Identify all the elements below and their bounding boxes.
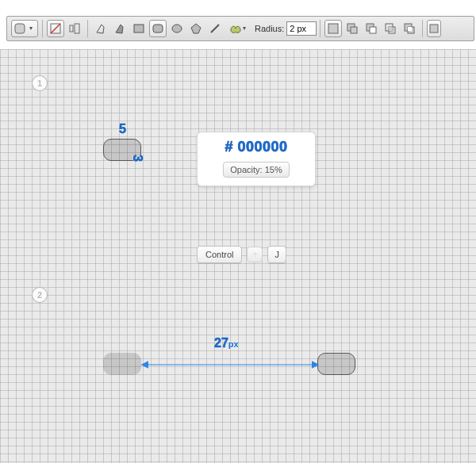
svg-rect-21	[430, 25, 438, 33]
svg-rect-0	[15, 24, 25, 33]
path-style-b[interactable]	[111, 20, 129, 37]
dim-distance-value: 27	[214, 336, 228, 350]
color-hex-value: # 000000	[205, 139, 307, 155]
combine-new[interactable]	[324, 20, 342, 37]
distance-arrow	[140, 360, 321, 369]
combine-add[interactable]	[344, 20, 361, 37]
svg-rect-20	[408, 27, 412, 31]
line-tool[interactable]	[206, 20, 224, 37]
step-badge-1: 1	[32, 75, 48, 91]
custom-shape-tool[interactable]	[225, 20, 249, 37]
ellipse-tool[interactable]	[168, 20, 186, 37]
svg-rect-3	[70, 25, 73, 32]
step-badge-2: 2	[32, 287, 48, 303]
combine-exclude[interactable]	[401, 20, 418, 37]
svg-line-9	[211, 25, 219, 33]
dim-distance: 27px	[214, 336, 239, 350]
svg-rect-12	[351, 27, 357, 33]
svg-rect-5	[134, 25, 144, 33]
unconstrained-toggle[interactable]	[47, 20, 64, 37]
shape-preset-menu[interactable]	[11, 20, 38, 37]
shape-moved[interactable]	[317, 353, 355, 375]
toolbar: Radius:	[6, 16, 474, 41]
svg-marker-8	[191, 24, 201, 33]
svg-rect-4	[75, 24, 79, 33]
shortcut-row: Control + J	[197, 246, 286, 263]
svg-point-7	[172, 25, 182, 33]
combine-intersect[interactable]	[382, 20, 399, 37]
key-j: J	[267, 246, 286, 263]
opacity-pill: Opacity: 15%	[223, 162, 289, 178]
path-style-a[interactable]	[92, 20, 109, 37]
canvas-grid[interactable]: 1 5 3 # 000000 Opacity: 15% Control + J …	[0, 49, 476, 463]
combine-subtract[interactable]	[363, 20, 380, 37]
svg-line-2	[51, 24, 60, 33]
fixed-size-toggle[interactable]	[66, 20, 83, 37]
rectangle-tool[interactable]	[130, 20, 148, 37]
plus-icon: +	[247, 247, 263, 262]
dim-width-5: 5	[119, 122, 126, 136]
dim-distance-unit: px	[228, 339, 239, 349]
toolbar-more[interactable]	[427, 20, 441, 37]
svg-rect-17	[389, 27, 393, 31]
rounded-rectangle-tool[interactable]	[149, 20, 167, 37]
svg-rect-6	[153, 25, 163, 33]
radius-label: Radius:	[255, 24, 284, 33]
key-control: Control	[197, 246, 242, 263]
radius-input[interactable]	[286, 21, 317, 36]
color-popup: # 000000 Opacity: 15%	[197, 132, 316, 186]
polygon-tool[interactable]	[187, 20, 205, 37]
svg-rect-10	[328, 24, 338, 33]
dim-height-3: 3	[130, 155, 144, 162]
shape-ghost	[103, 353, 141, 375]
svg-rect-14	[370, 27, 376, 33]
